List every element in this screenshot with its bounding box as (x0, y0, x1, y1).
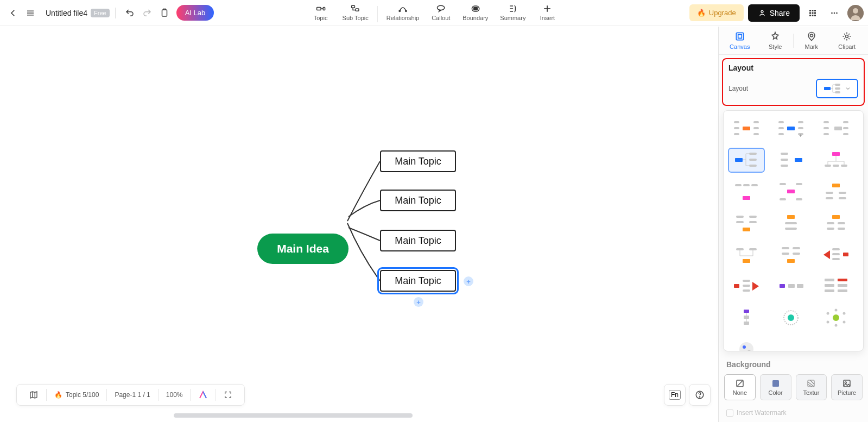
upgrade-button[interactable]: 🔥Upgrade (689, 4, 744, 21)
layout-option[interactable] (728, 116, 765, 141)
fn-button[interactable]: Fn (664, 384, 686, 406)
layout-option[interactable] (728, 242, 765, 267)
svg-point-155 (842, 321, 845, 324)
file-name[interactable]: Untitled file4 (46, 9, 87, 17)
svg-rect-55 (743, 127, 750, 130)
svg-rect-132 (743, 285, 750, 287)
svg-rect-88 (841, 165, 847, 167)
watermark-checkbox[interactable]: Insert Watermark (719, 404, 868, 422)
layout-option[interactable] (728, 211, 765, 236)
svg-rect-130 (734, 284, 739, 288)
layout-option[interactable] (818, 179, 854, 204)
svg-rect-117 (736, 248, 744, 250)
layout-option[interactable] (818, 116, 854, 141)
layout-options-popup: + (723, 110, 864, 351)
layout-option[interactable] (772, 274, 809, 299)
svg-point-10 (438, 5, 445, 10)
layout-option[interactable] (772, 179, 809, 204)
page-indicator[interactable]: Page-1 1 / 1 (107, 385, 157, 405)
layout-option[interactable] (772, 305, 809, 330)
theme-button[interactable] (191, 385, 216, 405)
back-button[interactable] (4, 4, 22, 22)
tab-canvas[interactable]: Canvas (722, 29, 758, 52)
share-button[interactable]: Share (748, 4, 800, 22)
layout-option[interactable] (818, 274, 854, 299)
menu-button[interactable] (22, 4, 39, 22)
svg-rect-104 (736, 216, 744, 218)
add-sibling-button[interactable]: + (464, 276, 473, 286)
layout-option[interactable] (772, 211, 809, 236)
topic-node[interactable]: Main Topic (380, 190, 456, 211)
undo-button[interactable] (121, 4, 138, 22)
svg-rect-136 (797, 284, 803, 288)
layout-option-selected[interactable] (728, 148, 765, 173)
svg-point-30 (836, 12, 838, 14)
topic-node-selected[interactable]: Main Topic (380, 270, 456, 292)
help-button[interactable] (689, 384, 711, 406)
svg-rect-118 (749, 248, 757, 250)
tab-style[interactable]: Style (758, 29, 794, 52)
svg-rect-128 (832, 258, 840, 260)
svg-rect-93 (787, 190, 795, 193)
svg-marker-124 (823, 250, 830, 259)
layout-section: Layout Layout (722, 58, 865, 106)
svg-rect-24 (814, 12, 816, 14)
fullscreen-button[interactable] (216, 385, 240, 405)
avatar[interactable] (847, 5, 864, 21)
status-bar: 🔥Topic 5/100 Page-1 1 / 1 100% (16, 384, 245, 406)
horizontal-scrollbar[interactable] (174, 413, 413, 418)
topic-node[interactable]: Main Topic (380, 230, 456, 251)
layout-option[interactable] (772, 148, 809, 173)
layout-option[interactable] (728, 274, 765, 299)
relationship-button[interactable]: Relationship (381, 2, 425, 22)
svg-rect-76 (843, 133, 848, 135)
boundary-button[interactable]: Boundary (457, 2, 493, 22)
svg-rect-83 (781, 159, 788, 161)
right-panel: Canvas Style Mark Clipart Layout Layout … (718, 27, 868, 422)
layout-option[interactable] (818, 148, 854, 173)
topic-button[interactable]: Topic (306, 2, 336, 22)
root-node[interactable]: Main Idea (257, 234, 349, 264)
svg-point-49 (810, 34, 813, 37)
tab-mark[interactable]: Mark (794, 29, 829, 52)
layout-dropdown[interactable] (816, 79, 858, 98)
layout-option[interactable] (818, 211, 854, 236)
summary-button[interactable]: Summary (495, 2, 531, 22)
svg-rect-144 (744, 310, 749, 313)
map-button[interactable] (21, 385, 46, 405)
layout-option[interactable] (728, 179, 765, 204)
svg-rect-115 (838, 228, 845, 230)
layout-option[interactable]: + (772, 116, 809, 141)
svg-rect-51 (824, 87, 831, 90)
svg-rect-127 (832, 253, 840, 255)
canvas[interactable]: Main Idea Main Topic Main Topic Main Top… (0, 27, 718, 422)
bg-color[interactable]: Color (760, 374, 791, 400)
add-child-button[interactable]: + (414, 297, 423, 307)
zoom-level[interactable]: 100% (159, 385, 191, 405)
clipboard-button[interactable] (156, 4, 173, 22)
redo-button[interactable] (138, 4, 156, 22)
bg-picture[interactable]: Picture (831, 374, 863, 400)
svg-rect-167 (844, 380, 850, 387)
layout-option[interactable] (728, 305, 765, 330)
more-button[interactable] (826, 4, 843, 22)
layout-option[interactable] (772, 242, 809, 267)
topic-node[interactable]: Main Topic (380, 150, 456, 172)
apps-button[interactable] (804, 4, 821, 22)
callout-button[interactable]: Callout (426, 2, 456, 22)
svg-point-148 (788, 314, 794, 321)
topic-count[interactable]: 🔥Topic 5/100 (47, 385, 106, 405)
subtopic-button[interactable]: Sub Topic (337, 2, 374, 22)
bg-none[interactable]: None (724, 374, 756, 400)
layout-option[interactable] (818, 242, 854, 267)
bg-texture[interactable]: Textur (796, 374, 827, 400)
ai-lab-button[interactable]: AI Lab (176, 5, 214, 21)
svg-point-32 (853, 8, 858, 14)
svg-rect-3 (162, 10, 167, 16)
tab-clipart[interactable]: Clipart (829, 29, 865, 52)
layout-option[interactable] (818, 305, 854, 330)
svg-rect-86 (825, 165, 831, 167)
insert-button[interactable]: Insert (532, 2, 562, 22)
layout-option[interactable] (728, 337, 765, 351)
svg-rect-71 (823, 127, 829, 129)
